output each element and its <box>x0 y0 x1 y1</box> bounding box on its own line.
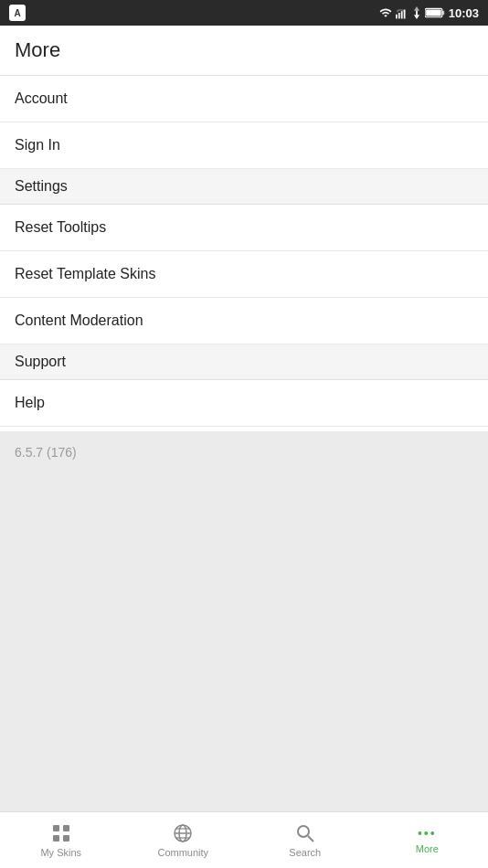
menu-item-label-reset-template-skins: Reset Template Skins <box>15 266 155 282</box>
app-icon: A <box>9 5 26 21</box>
svg-rect-2 <box>401 11 403 18</box>
nav-item-more[interactable]: ••• More <box>366 812 489 868</box>
version-text: 6.5.7 (176) <box>15 445 77 460</box>
nav-label-my-skins: My Skins <box>40 847 81 858</box>
menu-item-help[interactable]: Help <box>0 380 488 427</box>
menu-item-label-help: Help <box>15 395 45 411</box>
nav-item-search[interactable]: Search <box>244 812 366 868</box>
svg-rect-5 <box>442 11 444 16</box>
globe-icon <box>172 822 194 844</box>
menu-item-label-sign-in: Sign In <box>15 137 60 153</box>
menu-item-label-account: Account <box>15 90 68 107</box>
svg-rect-9 <box>53 835 59 842</box>
wifi-icon <box>379 6 392 19</box>
svg-rect-1 <box>398 13 400 18</box>
menu-section-settings: Settings <box>0 169 488 205</box>
menu-item-sign-in[interactable]: Sign In <box>0 122 488 169</box>
svg-rect-3 <box>404 10 406 19</box>
svg-line-17 <box>308 836 313 842</box>
nav-item-community[interactable]: Community <box>122 812 245 868</box>
page-title: More <box>15 38 60 61</box>
nav-label-community: Community <box>157 847 208 858</box>
status-bar: A 10:03 <box>0 0 488 26</box>
bottom-nav: My Skins Community Search ••• More <box>0 811 488 868</box>
status-bar-left: A <box>9 5 26 21</box>
page-header: More <box>0 26 488 76</box>
menu-section-support: Support <box>0 344 488 380</box>
menu-item-reset-tooltips[interactable]: Reset Tooltips <box>0 205 488 251</box>
menu-item-reset-template-skins[interactable]: Reset Template Skins <box>0 251 488 298</box>
battery-icon <box>425 6 445 19</box>
nav-label-search: Search <box>289 847 321 858</box>
svg-point-16 <box>298 826 309 837</box>
version-section: 6.5.7 (176) <box>0 431 488 812</box>
dots-icon: ••• <box>418 826 437 841</box>
signal-icon <box>396 6 408 19</box>
menu-section-label-support: Support <box>15 354 66 369</box>
svg-rect-8 <box>63 825 69 831</box>
search-icon <box>294 822 316 844</box>
svg-rect-10 <box>63 835 69 842</box>
menu-item-account[interactable]: Account <box>0 76 488 122</box>
status-time: 10:03 <box>449 6 479 20</box>
nav-label-more: More <box>416 843 439 854</box>
skins-icon <box>50 822 72 844</box>
svg-rect-7 <box>53 825 59 831</box>
nav-item-my-skins[interactable]: My Skins <box>0 812 122 868</box>
menu-item-label-reset-tooltips: Reset Tooltips <box>15 219 106 236</box>
menu-list: AccountSign InSettingsReset TooltipsRese… <box>0 76 488 431</box>
data-icon <box>412 6 421 19</box>
menu-item-label-content-moderation: Content Moderation <box>15 312 143 329</box>
menu-item-content-moderation[interactable]: Content Moderation <box>0 298 488 344</box>
svg-rect-6 <box>426 9 441 16</box>
menu-section-label-settings: Settings <box>15 178 68 194</box>
status-bar-right: 10:03 <box>379 6 479 20</box>
svg-rect-0 <box>396 15 398 19</box>
